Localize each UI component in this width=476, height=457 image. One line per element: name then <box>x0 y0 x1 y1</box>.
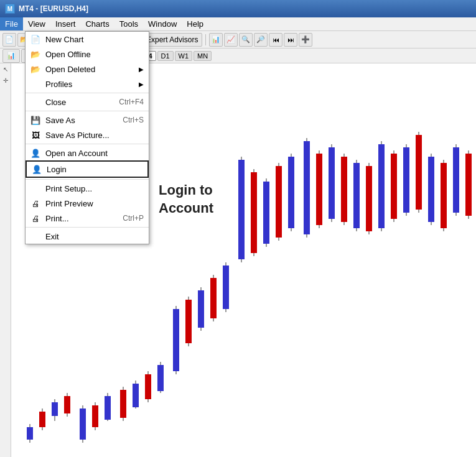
svg-rect-47 <box>329 147 335 219</box>
open-account-label: Open an Account <box>45 149 108 158</box>
svg-rect-19 <box>145 374 151 399</box>
menu-window[interactable]: Window <box>143 17 182 30</box>
print-setup-icon <box>30 183 40 193</box>
menu-item-save-as[interactable]: 💾 Save As Ctrl+S <box>26 113 149 127</box>
menu-item-exit[interactable]: Exit <box>26 229 149 244</box>
svg-rect-59 <box>403 147 409 213</box>
menu-item-profiles[interactable]: Profiles ▶ <box>26 76 149 91</box>
svg-rect-27 <box>198 290 204 328</box>
sep4 <box>26 179 149 180</box>
menu-view[interactable]: View <box>23 17 50 30</box>
save-as-shortcut: Ctrl+S <box>123 116 144 124</box>
svg-rect-7 <box>64 396 70 413</box>
open-offline-label: Open Offline <box>45 50 91 59</box>
print-setup-label: Print Setup... <box>45 184 92 193</box>
save-as-icon: 💾 <box>30 115 40 125</box>
title-bar: M MT4 - [EURUSD,H4] <box>0 0 476 17</box>
svg-rect-9 <box>80 409 86 440</box>
svg-rect-17 <box>133 384 139 407</box>
sep2 <box>26 111 149 111</box>
menu-item-print-preview[interactable]: 🖨 Print Preview <box>26 196 149 211</box>
print-label: Print... <box>45 214 69 223</box>
open-offline-icon: 📂 <box>30 49 40 59</box>
app-icon: M <box>5 4 15 14</box>
chart-type-btn[interactable]: 📊 <box>2 49 20 63</box>
login-icon: 👤 <box>32 164 42 174</box>
tf-mn[interactable]: MN <box>194 51 212 61</box>
sidebar-crosshair[interactable]: ✛ <box>0 75 11 86</box>
menu-insert[interactable]: Insert <box>50 17 81 30</box>
svg-rect-5 <box>52 402 58 416</box>
profiles-arrow: ▶ <box>139 81 144 88</box>
svg-rect-57 <box>391 154 397 219</box>
open-account-icon: 👤 <box>30 148 40 158</box>
svg-rect-3 <box>39 412 45 427</box>
save-picture-icon: 🖼 <box>30 130 40 140</box>
svg-rect-21 <box>157 365 164 391</box>
menu-item-save-as-picture[interactable]: 🖼 Save As Picture... <box>26 127 149 142</box>
menu-bar: File View Insert Charts Tools Window Hel… <box>0 17 476 31</box>
toolbar-zoom-in[interactable]: 🔍 <box>239 33 253 47</box>
svg-rect-25 <box>185 300 192 343</box>
save-as-picture-label: Save As Picture... <box>45 131 110 140</box>
svg-rect-39 <box>276 166 282 238</box>
profiles-label: Profiles <box>45 80 72 89</box>
new-chart-label: New Chart <box>45 35 83 44</box>
menu-item-new-chart[interactable]: 📄 New Chart <box>26 32 149 47</box>
sep3 <box>26 144 149 144</box>
print-preview-label: Print Preview <box>45 199 93 208</box>
menu-file[interactable]: File <box>0 17 23 30</box>
menu-tools[interactable]: Tools <box>114 17 143 30</box>
svg-rect-13 <box>105 396 111 420</box>
tf-d1[interactable]: D1 <box>157 51 174 61</box>
svg-rect-11 <box>92 405 98 427</box>
toolbar-zoom-out[interactable]: 🔎 <box>254 33 268 47</box>
print-icon: 🖨 <box>30 213 40 223</box>
new-chart-icon: 📄 <box>30 34 40 44</box>
svg-rect-63 <box>428 157 434 222</box>
toolbar-new-chart[interactable]: 📄 <box>2 33 16 47</box>
menu-help[interactable]: Help <box>182 17 208 30</box>
open-deleted-icon: 📂 <box>30 64 40 74</box>
svg-rect-67 <box>453 147 459 213</box>
svg-rect-61 <box>416 135 422 210</box>
open-deleted-arrow: ▶ <box>139 66 144 73</box>
toolbar-nav1[interactable]: ⏮ <box>269 33 282 47</box>
file-dropdown-menu: 📄 New Chart 📂 Open Offline 📂 Open Delete… <box>25 31 149 244</box>
toolbar-nav2[interactable]: ⏭ <box>284 33 297 47</box>
toolbar-chart1[interactable]: 📊 <box>209 33 223 47</box>
sep1 <box>26 93 149 93</box>
svg-rect-29 <box>210 278 217 318</box>
svg-rect-43 <box>304 141 310 234</box>
svg-rect-31 <box>223 265 229 309</box>
menu-charts[interactable]: Charts <box>80 17 114 30</box>
print-preview-icon: 🖨 <box>30 198 40 208</box>
login-label: Login <box>47 165 67 174</box>
menu-item-open-offline[interactable]: 📂 Open Offline <box>26 47 149 62</box>
close-shortcut: Ctrl+F4 <box>119 98 144 106</box>
exit-label: Exit <box>45 232 59 241</box>
svg-rect-37 <box>263 182 269 244</box>
exit-icon <box>30 231 40 241</box>
menu-item-open-account[interactable]: 👤 Open an Account <box>26 145 149 160</box>
svg-rect-33 <box>238 160 245 259</box>
menu-item-close[interactable]: Close Ctrl+F4 <box>26 95 149 109</box>
sidebar-cursor[interactable]: ↖ <box>0 63 11 75</box>
toolbar-chart2[interactable]: 📈 <box>224 33 238 47</box>
tf-w1[interactable]: W1 <box>175 51 193 61</box>
print-shortcut: Ctrl+P <box>123 214 144 223</box>
svg-rect-35 <box>251 172 257 253</box>
svg-rect-53 <box>366 166 372 231</box>
menu-item-print-setup[interactable]: Print Setup... <box>26 181 149 196</box>
window-title: MT4 - [EURUSD,H4] <box>19 4 88 13</box>
menu-item-print[interactable]: 🖨 Print... Ctrl+P <box>26 211 149 226</box>
svg-rect-55 <box>378 144 385 228</box>
svg-rect-51 <box>353 163 360 228</box>
close-label: Close <box>45 98 66 107</box>
toolbar-add[interactable]: ➕ <box>299 33 312 47</box>
menu-item-open-deleted[interactable]: 📂 Open Deleted ▶ <box>26 62 149 76</box>
sep5 <box>26 227 149 228</box>
separator3 <box>205 34 206 45</box>
menu-item-login[interactable]: 👤 Login <box>26 160 149 178</box>
ea-label: Expert Advisors <box>146 35 198 44</box>
